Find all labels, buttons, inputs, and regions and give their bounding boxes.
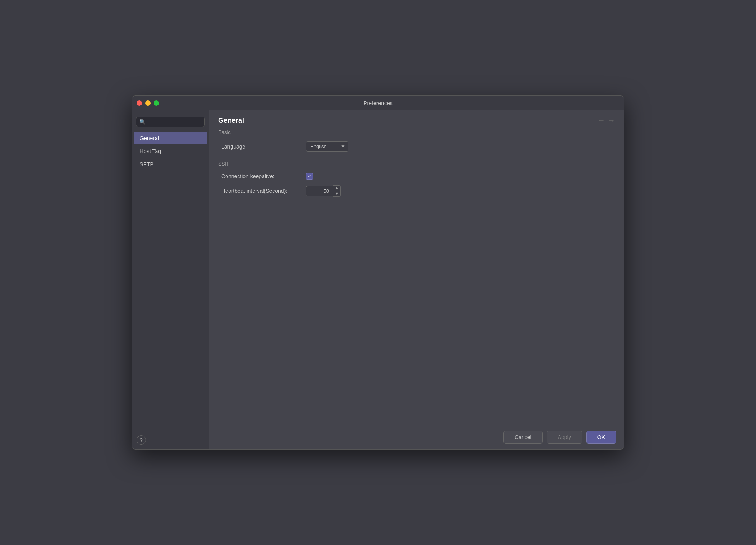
ssh-section-label: SSH [218, 161, 229, 167]
back-arrow[interactable]: ← [598, 117, 605, 125]
heartbeat-decrement[interactable]: ▼ [333, 191, 340, 196]
minimize-button[interactable] [145, 100, 151, 106]
main-header: General ← → [209, 110, 624, 129]
keepalive-label: Connection keepalive: [221, 173, 306, 179]
help-button[interactable]: ? [137, 435, 146, 445]
close-button[interactable] [137, 100, 142, 106]
ssh-section: SSH Connection keepalive: ✓ Heartbeat in… [218, 161, 615, 197]
keepalive-checkbox[interactable]: ✓ [306, 173, 313, 180]
ok-button[interactable]: OK [586, 431, 616, 444]
window-title: Preferences [363, 100, 392, 106]
heartbeat-spinners: ▲ ▼ [333, 185, 341, 197]
bottom-bar: Cancel Apply OK [209, 425, 624, 449]
sidebar: 🔍 General Host Tag SFTP ? [132, 110, 209, 449]
heartbeat-increment[interactable]: ▲ [333, 186, 340, 191]
maximize-button[interactable] [154, 100, 159, 106]
page-title: General [218, 117, 244, 125]
titlebar: Preferences [132, 96, 624, 110]
main-content: General ← → Basic Language [209, 110, 624, 449]
traffic-lights [137, 100, 159, 106]
keepalive-control: ✓ [306, 173, 313, 180]
apply-button[interactable]: Apply [547, 431, 582, 444]
keepalive-row: Connection keepalive: ✓ [218, 173, 615, 180]
nav-arrows: ← → [598, 117, 615, 125]
basic-section-divider [235, 132, 615, 132]
sidebar-bottom: ? [132, 431, 209, 449]
language-select[interactable]: English Chinese Japanese [306, 141, 348, 152]
basic-section: Basic Language English Chinese Japanese [218, 129, 615, 152]
basic-section-header: Basic [218, 129, 615, 135]
heartbeat-control: ▲ ▼ [306, 185, 341, 197]
search-box[interactable]: 🔍 [136, 117, 205, 127]
forward-arrow[interactable]: → [608, 117, 615, 125]
ssh-section-divider [233, 164, 615, 164]
heartbeat-label: Heartbeat interval(Second): [221, 188, 306, 194]
search-icon: 🔍 [139, 119, 146, 125]
heartbeat-input[interactable] [306, 186, 333, 196]
content-area: Basic Language English Chinese Japanese [209, 129, 624, 425]
language-select-wrapper: English Chinese Japanese ▼ [306, 141, 348, 152]
sidebar-item-host-tag[interactable]: Host Tag [134, 145, 207, 157]
ssh-section-header: SSH [218, 161, 615, 167]
heartbeat-row: Heartbeat interval(Second): ▲ ▼ [218, 185, 615, 197]
sidebar-item-sftp[interactable]: SFTP [134, 158, 207, 171]
basic-section-label: Basic [218, 129, 231, 135]
language-row: Language English Chinese Japanese ▼ [218, 141, 615, 152]
window-body: 🔍 General Host Tag SFTP ? General [132, 110, 624, 449]
search-input[interactable] [147, 119, 201, 125]
cancel-button[interactable]: Cancel [503, 431, 543, 444]
preferences-window: Preferences 🔍 General Host Tag SFTP ? [132, 95, 624, 450]
checkbox-check-icon: ✓ [308, 174, 311, 179]
heartbeat-input-wrapper: ▲ ▼ [306, 185, 341, 197]
language-label: Language [221, 144, 306, 150]
language-control: English Chinese Japanese ▼ [306, 141, 348, 152]
sidebar-item-general[interactable]: General [134, 132, 207, 144]
